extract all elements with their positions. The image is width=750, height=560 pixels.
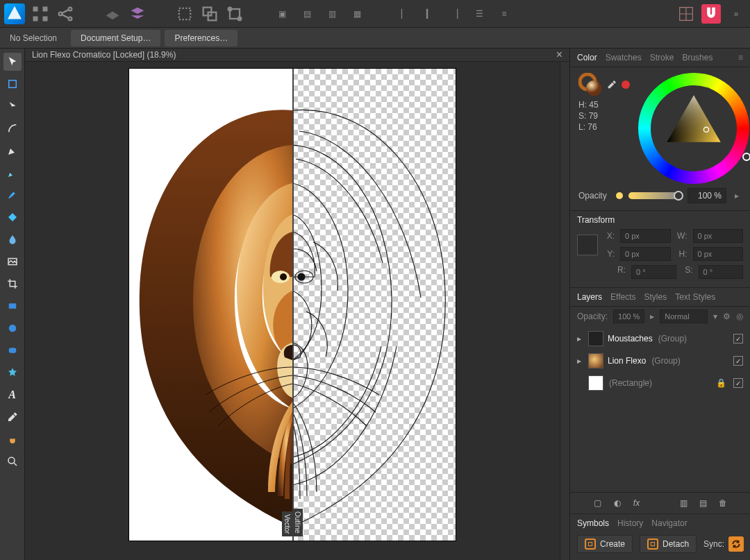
fill-tool-icon[interactable] (3, 208, 22, 226)
hsl-h: H: 45 (578, 99, 630, 110)
arrange-backward-icon[interactable]: ▥ (322, 4, 342, 24)
ellipse-tool-icon[interactable] (3, 319, 22, 337)
layer-row[interactable]: (Rectangle) 🔒 ✓ (570, 372, 750, 394)
adjustment-icon[interactable]: ◐ (611, 497, 624, 509)
arrange-front-icon[interactable]: ▣ (272, 4, 292, 24)
fill-stroke-swatch-icon[interactable] (578, 73, 602, 96)
place-image-tool-icon[interactable] (3, 253, 22, 271)
opacity-stepper-icon[interactable]: ▸ (732, 191, 742, 201)
align-left-icon[interactable]: ▏ (394, 4, 414, 24)
layer-row[interactable]: ▸ Moustaches (Group) ✓ (570, 328, 750, 350)
artboard-tool-icon[interactable] (3, 75, 22, 93)
detach-symbol-button[interactable]: Detach (640, 535, 697, 553)
anchor-selector[interactable] (577, 235, 598, 255)
layer-up-icon[interactable] (103, 4, 122, 24)
split-divider[interactable] (292, 69, 294, 541)
panel-menu-icon[interactable]: ≡ (738, 53, 743, 62)
close-document-icon[interactable]: × (556, 49, 562, 61)
layer-target-icon[interactable]: ◎ (736, 312, 743, 321)
create-symbol-button[interactable]: Create (577, 535, 633, 553)
color-wheel[interactable] (638, 73, 749, 184)
corner-tool-icon[interactable] (3, 119, 22, 137)
layer-visible-checkbox[interactable]: ✓ (733, 378, 743, 388)
toolbar-overflow-icon[interactable]: » (726, 4, 746, 24)
layer-stack-icon[interactable] (128, 4, 147, 24)
tab-stroke[interactable]: Stroke (650, 53, 674, 62)
sync-toggle[interactable] (728, 536, 744, 552)
brush-tool-icon[interactable] (3, 186, 22, 204)
grid-icon[interactable] (31, 4, 50, 24)
tab-color[interactable]: Color (577, 53, 597, 62)
tab-symbols[interactable]: Symbols (577, 518, 609, 528)
layer-type: (Group) (651, 356, 680, 366)
eyedropper-icon[interactable] (606, 79, 617, 90)
document-setup-button[interactable]: Document Setup… (71, 30, 160, 46)
tab-layers[interactable]: Layers (577, 292, 602, 302)
align-right-icon[interactable]: ▕ (444, 4, 464, 24)
vertical-scrollbar[interactable] (560, 62, 569, 560)
arrange-back-icon[interactable]: ▦ (347, 4, 367, 24)
opacity-slider[interactable] (628, 192, 682, 199)
opacity-value-input[interactable]: 100 % (688, 188, 726, 203)
blend-mode-select[interactable]: Normal (660, 309, 708, 323)
layer-opacity-input[interactable]: 100 % (613, 309, 644, 323)
select-same-icon[interactable] (200, 4, 219, 24)
layer-row[interactable]: ▸ Lion Flexo (Group) ✓ (570, 350, 750, 372)
tab-navigator[interactable]: Navigator (651, 518, 687, 528)
x-input[interactable]: 0 px (620, 229, 671, 243)
distribute-v-icon[interactable]: ≡ (494, 4, 514, 24)
delete-layer-icon[interactable]: 🗑 (717, 497, 729, 509)
tab-text-styles[interactable]: Text Styles (675, 292, 715, 302)
tab-transform[interactable]: Transform (577, 215, 615, 225)
move-tool-icon[interactable] (3, 53, 22, 71)
eyedropper-tool-icon[interactable] (3, 408, 22, 426)
add-pixel-layer-icon[interactable]: ▤ (697, 497, 710, 509)
preferences-button[interactable]: Preferences… (165, 30, 238, 46)
rectangle-tool-icon[interactable] (3, 297, 22, 315)
h-input[interactable]: 0 px (693, 247, 744, 261)
layer-thumbnail (588, 375, 603, 391)
lock-icon[interactable]: 🔒 (716, 378, 726, 388)
tab-styles[interactable]: Styles (644, 292, 667, 302)
add-layer-icon[interactable]: ▥ (678, 497, 690, 509)
context-bar: No Selection Document Setup… Preferences… (0, 28, 750, 49)
transparency-tool-icon[interactable] (3, 230, 22, 248)
magnet-snap-icon[interactable] (701, 4, 721, 24)
select-all-icon[interactable] (175, 4, 194, 24)
w-input[interactable]: 0 px (693, 229, 744, 243)
fx-icon[interactable]: fx (631, 497, 643, 509)
distribute-h-icon[interactable]: ☰ (469, 4, 489, 24)
disclosure-icon[interactable]: ▸ (577, 356, 584, 366)
crop-tool-icon[interactable] (3, 275, 22, 293)
disclosure-icon[interactable]: ▸ (577, 334, 584, 343)
pan-tool-icon[interactable] (3, 430, 22, 448)
svg-rect-15 (8, 303, 16, 309)
shape-tool-icon[interactable] (3, 364, 22, 382)
hue-handle-icon[interactable] (742, 153, 750, 161)
pen-tool-icon[interactable] (3, 142, 22, 160)
layer-visible-checkbox[interactable]: ✓ (733, 356, 743, 366)
tab-swatches[interactable]: Swatches (606, 53, 642, 62)
sample-color-icon[interactable] (622, 80, 630, 89)
pencil-tool-icon[interactable] (3, 164, 22, 182)
text-tool-icon[interactable]: A (3, 386, 22, 404)
layer-settings-icon[interactable]: ⚙ (723, 312, 731, 321)
share-icon[interactable] (56, 4, 75, 24)
transform-icon[interactable] (225, 4, 244, 24)
tab-brushes[interactable]: Brushes (682, 53, 712, 62)
node-tool-icon[interactable] (3, 97, 22, 115)
zoom-tool-icon[interactable] (3, 452, 22, 470)
mask-square-icon[interactable]: ▢ (592, 497, 604, 509)
document-tab[interactable]: Lion Flexo Cromatico [Locked] (18.9%) × (25, 49, 569, 62)
layer-visible-checkbox[interactable]: ✓ (733, 334, 743, 343)
rounded-rect-tool-icon[interactable] (3, 341, 22, 359)
y-input[interactable]: 0 px (620, 247, 671, 261)
align-center-icon[interactable]: ▎ (419, 4, 439, 24)
tab-effects[interactable]: Effects (610, 292, 635, 302)
snapping-grid-icon[interactable] (676, 4, 696, 24)
canvas[interactable]: Vector Outline (25, 62, 560, 560)
r-input[interactable]: 0 ° (631, 265, 676, 279)
tab-history[interactable]: History (617, 518, 643, 528)
s-input[interactable]: 0 ° (699, 265, 744, 279)
arrange-forward-icon[interactable]: ▤ (297, 4, 317, 24)
